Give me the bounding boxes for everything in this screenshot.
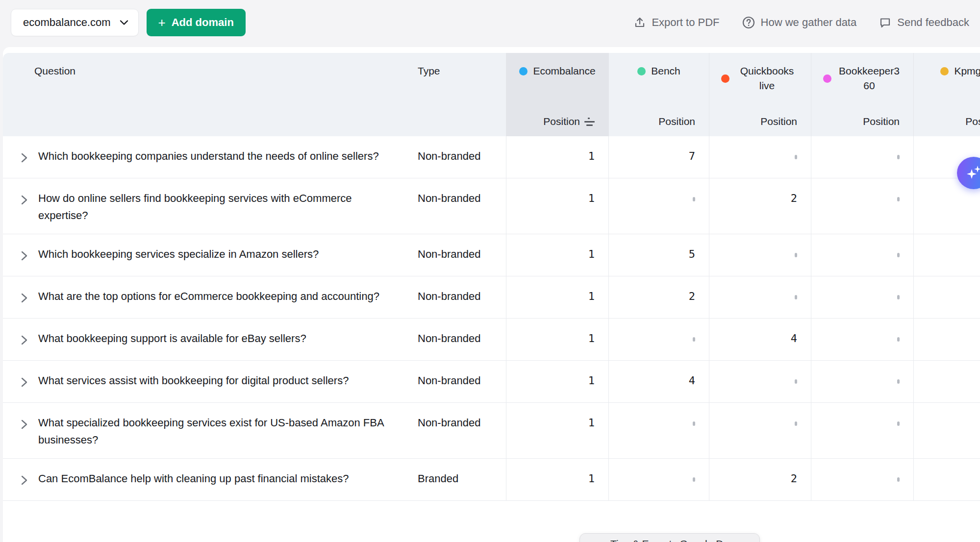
export-pdf-label: Export to PDF	[652, 16, 719, 29]
no-position-dot	[693, 421, 695, 426]
position-cell-ecombalance: 1	[506, 234, 608, 276]
expand-row-icon[interactable]	[21, 151, 28, 168]
position-cell-kpmg	[913, 276, 980, 318]
expand-row-icon[interactable]	[21, 291, 28, 308]
expand-row-icon[interactable]	[21, 333, 28, 350]
domain-selector-value: ecombalance.com	[23, 16, 111, 29]
no-position-dot	[795, 253, 797, 257]
position-cell-quickbooks-live	[709, 403, 811, 458]
type-cell: Non-branded	[412, 276, 506, 318]
position-cell-ecombalance: 1	[506, 459, 608, 500]
position-cell-quickbooks-live	[709, 136, 811, 178]
sort-by-position-ecombalance[interactable]: Position	[543, 116, 595, 127]
no-position-dot	[693, 197, 695, 201]
position-cell-quickbooks-live	[709, 361, 811, 402]
position-cell-bookkeeper360	[811, 361, 913, 402]
no-position-dot	[795, 379, 797, 384]
position-cell-kpmg	[913, 234, 980, 276]
no-position-dot	[693, 477, 695, 482]
question-text: What are the top options for eCommerce b…	[38, 288, 379, 305]
table-body: Which bookkeeping companies understand t…	[3, 136, 980, 501]
no-position-dot	[693, 337, 695, 342]
no-position-dot	[795, 155, 797, 159]
question-text: Which bookkeeping companies understand t…	[38, 148, 379, 165]
no-position-dot	[897, 477, 900, 482]
quickbooks-live-dot-icon	[721, 74, 729, 83]
position-cell-quickbooks-live: 4	[709, 319, 811, 360]
type-cell: Non-branded	[412, 361, 506, 402]
column-header-type: Type	[412, 53, 506, 136]
no-position-dot	[897, 253, 900, 257]
position-cell-bookkeeper360	[811, 178, 913, 234]
add-domain-button[interactable]: + Add domain	[147, 9, 246, 36]
expand-row-icon[interactable]	[21, 473, 28, 491]
column-header-ecombalance[interactable]: Ecombalance Position	[506, 53, 608, 136]
add-domain-label: Add domain	[172, 16, 234, 29]
table-row[interactable]: Which bookkeeping services specialize in…	[3, 234, 980, 276]
position-cell-ecombalance: 1	[506, 178, 608, 234]
competitor-name: Ecombalance	[533, 64, 595, 78]
position-cell-quickbooks-live	[709, 276, 811, 318]
position-cell-bench: 5	[608, 234, 709, 276]
no-position-dot	[795, 421, 797, 426]
table-row[interactable]: What bookkeeping support is available fo…	[3, 319, 980, 361]
sort-by-position-quickbooks-live[interactable]: Position	[760, 116, 797, 127]
question-text: What specialized bookkeeping services ex…	[38, 414, 397, 448]
no-position-dot	[897, 337, 900, 342]
help-icon	[742, 16, 755, 29]
send-feedback-label: Send feedback	[897, 16, 969, 29]
question-text: How do online sellers find bookkeeping s…	[38, 190, 397, 224]
position-cell-ecombalance: 1	[506, 276, 608, 318]
position-cell-bookkeeper360	[811, 136, 913, 178]
column-header-quickbooks-live[interactable]: Quickbooks live Position	[709, 53, 811, 136]
expand-row-icon[interactable]	[21, 418, 28, 435]
position-cell-kpmg	[913, 361, 980, 402]
position-cell-bench: 4	[608, 361, 709, 402]
type-cell: Branded	[412, 459, 506, 500]
type-cell: Non-branded	[412, 319, 506, 360]
feedback-icon	[879, 17, 891, 29]
position-cell-bench: 2	[608, 276, 709, 318]
position-cell-bench	[608, 319, 709, 360]
expand-row-icon[interactable]	[21, 249, 28, 266]
position-cell-kpmg	[913, 319, 980, 360]
column-header-kpmg[interactable]: Kpmg s Position	[913, 53, 980, 136]
expand-row-icon[interactable]	[21, 193, 28, 210]
table-header: Question Type Ecombalance Position	[3, 53, 980, 136]
chevron-down-icon	[120, 20, 128, 25]
send-feedback-button[interactable]: Send feedback	[879, 16, 969, 29]
expand-row-icon[interactable]	[21, 375, 28, 393]
export-pdf-button[interactable]: Export to PDF	[634, 16, 719, 29]
no-position-dot	[795, 295, 797, 299]
question-text: Can EcomBalance help with cleaning up pa…	[38, 470, 349, 487]
table-row[interactable]: What specialized bookkeeping services ex…	[3, 403, 980, 459]
position-cell-bench	[608, 178, 709, 234]
column-header-bench[interactable]: Bench Position	[608, 53, 709, 136]
ecombalance-dot-icon	[519, 67, 528, 75]
sort-by-position-bench[interactable]: Position	[658, 116, 695, 127]
competitor-name: Bench	[651, 64, 680, 78]
plus-icon: +	[158, 16, 166, 29]
position-cell-kpmg	[913, 403, 980, 458]
competitor-name: Kpmg s	[954, 64, 980, 78]
position-cell-bench: 7	[608, 136, 709, 178]
toolbar-actions: Export to PDF How we gather data Send fe…	[634, 16, 969, 29]
question-text: Which bookkeeping services specialize in…	[38, 246, 319, 263]
table-row[interactable]: What services assist with bookkeeping fo…	[3, 361, 980, 403]
type-cell: Non-branded	[412, 178, 506, 234]
questions-table-card: Question Type Ecombalance Position	[3, 47, 980, 542]
table-row[interactable]: Can EcomBalance help with cleaning up pa…	[3, 459, 980, 501]
column-header-bookkeeper360[interactable]: Bookkeeper360 Position	[811, 53, 913, 136]
domain-selector[interactable]: ecombalance.com	[11, 9, 139, 36]
table-row[interactable]: How do online sellers find bookkeeping s…	[3, 178, 980, 234]
sort-by-position-bookkeeper360[interactable]: Position	[863, 116, 900, 127]
position-cell-quickbooks-live: 2	[709, 178, 811, 234]
table-row[interactable]: Which bookkeeping companies understand t…	[3, 136, 980, 178]
table-row[interactable]: What are the top options for eCommerce b…	[3, 276, 980, 319]
how-we-gather-data-button[interactable]: How we gather data	[742, 16, 857, 29]
position-cell-ecombalance: 1	[506, 319, 608, 360]
position-cell-kpmg	[913, 459, 980, 500]
position-cell-ecombalance: 1	[506, 403, 608, 458]
toolbar: ecombalance.com + Add domain Export to P…	[0, 0, 980, 45]
sort-by-position-kpmg[interactable]: Position	[965, 116, 980, 127]
